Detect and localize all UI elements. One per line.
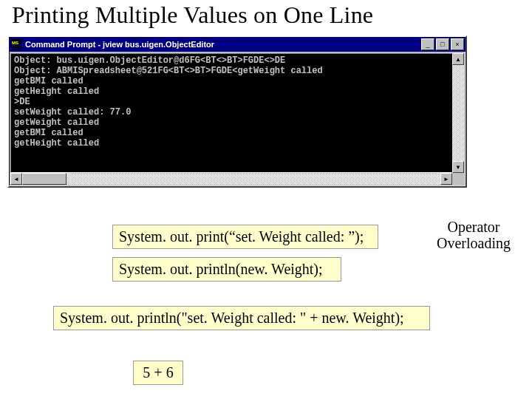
size-grip[interactable] [452, 173, 464, 185]
scroll-right-button[interactable]: ► [440, 173, 452, 185]
console-output: Object: bus.uigen.ObjectEditor@d6FG<BT<>… [11, 54, 463, 150]
minimize-button[interactable]: _ [421, 38, 434, 50]
window-title: Command Prompt - jview bus.uigen.ObjectE… [25, 40, 421, 49]
maximize-button[interactable]: □ [436, 38, 449, 50]
code-print-combined: System. out. println("set. Weight called… [53, 306, 430, 330]
scroll-thumb-horizontal[interactable] [22, 173, 66, 185]
code-print-single-2: System. out. println(new. Weight); [112, 257, 341, 282]
msdos-icon: MS [10, 38, 22, 50]
code-print-single-1: System. out. print(“set. Weight called: … [112, 225, 378, 249]
slide-title: Printing Multiple Values on One Line [0, 0, 532, 29]
code-expression: 5 + 6 [133, 361, 183, 385]
svg-rect-3 [13, 46, 19, 48]
command-prompt-window: MS Command Prompt - jview bus.uigen.Obje… [7, 35, 467, 188]
scroll-down-button[interactable]: ▼ [452, 161, 464, 173]
annotation-operator-overloading: Operator Overloading [426, 219, 522, 251]
scroll-track-vertical[interactable] [452, 65, 464, 161]
window-titlebar[interactable]: MS Command Prompt - jview bus.uigen.Obje… [9, 37, 466, 52]
scroll-left-button[interactable]: ◄ [10, 173, 22, 185]
scroll-up-button[interactable]: ▲ [452, 53, 464, 65]
vertical-scrollbar[interactable]: ▲ ▼ [452, 53, 464, 173]
svg-text:MS: MS [12, 41, 18, 45]
horizontal-scrollbar[interactable]: ◄ ► [10, 173, 452, 185]
annotation-line2: Overloading [437, 235, 511, 251]
annotation-line1: Operator [447, 219, 499, 235]
console-area: Object: bus.uigen.ObjectEditor@d6FG<BT<>… [10, 53, 464, 173]
scroll-track-horizontal[interactable] [66, 173, 440, 185]
close-button[interactable]: × [451, 38, 464, 50]
